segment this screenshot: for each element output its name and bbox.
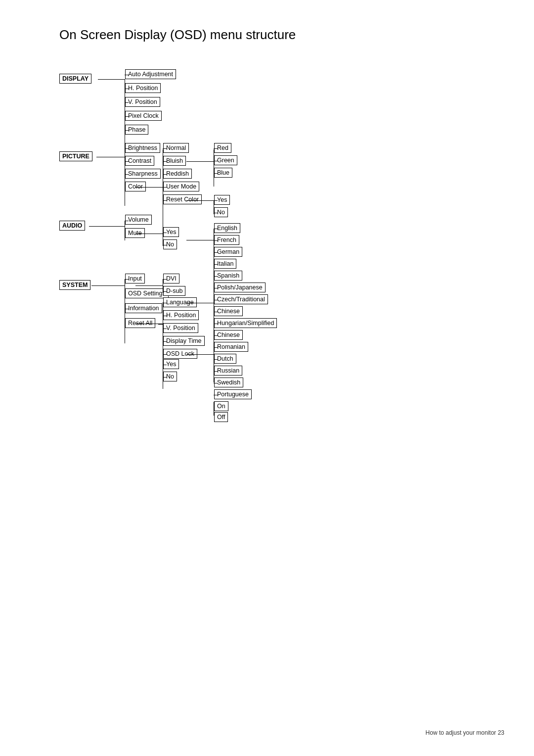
osd-language: Language	[163, 297, 197, 307]
page-title: On Screen Display (OSD) menu structure	[59, 27, 534, 43]
osd-displaytime: Display Time	[163, 336, 205, 346]
lang-13: Swedish	[214, 378, 243, 387]
display-item-0: Auto Adjustment	[125, 69, 176, 79]
resetcolor-no: No	[214, 207, 228, 217]
lang-14: Portuguese	[214, 389, 252, 399]
diagram: DISPLAY Auto Adjustment H. Position V. P…	[59, 52, 485, 409]
rgb-0: Red	[214, 143, 231, 153]
lang-8: Hungarian/Simplified	[214, 318, 277, 328]
display-item-2: V. Position	[125, 97, 160, 107]
mute-no: No	[163, 239, 177, 249]
rgb-1: Green	[214, 155, 237, 165]
picture-item-2: Sharpness	[125, 169, 161, 179]
lang-12: Russian	[214, 366, 242, 376]
lang-5: Polish/Japanese	[214, 283, 266, 292]
reset-no: No	[163, 372, 177, 381]
lang-9: Chinese	[214, 330, 243, 340]
color-item-4: Reset Color	[163, 194, 202, 204]
system-info: Information	[125, 303, 162, 313]
display-box: DISPLAY	[59, 74, 91, 84]
system-box: SYSTEM	[59, 280, 90, 290]
osd-lock-off: Off	[214, 412, 228, 422]
display-item-3: Pixel Clock	[125, 111, 162, 121]
picture-item-3: Color	[125, 182, 146, 191]
lang-4: Spanish	[214, 271, 242, 281]
color-item-1: Bluish	[163, 156, 186, 166]
input-dsub: D-sub	[163, 286, 185, 296]
display-item-1: H. Position	[125, 83, 161, 93]
audio-mute: Mute	[125, 228, 145, 238]
lang-2: German	[214, 247, 242, 257]
picture-box: PICTURE	[59, 151, 92, 161]
lang-10: Romanian	[214, 342, 248, 352]
system-osd: OSD Settings	[125, 288, 169, 298]
osd-lock-on: On	[214, 401, 228, 411]
system-reset: Reset All	[125, 318, 155, 328]
input-dvi: DVI	[163, 274, 179, 284]
color-item-2: Reddish	[163, 169, 192, 179]
color-item-0: Normal	[163, 143, 189, 153]
picture-item-0: Brightness	[125, 143, 160, 153]
osd-vpos: V. Position	[163, 323, 198, 333]
audio-volume: Volume	[125, 215, 152, 225]
lang-3: Italian	[214, 259, 236, 269]
lang-1: French	[214, 235, 239, 245]
display-item-4: Phase	[125, 125, 148, 135]
picture-item-1: Contrast	[125, 156, 154, 166]
osd-lock: OSD Lock	[163, 349, 197, 359]
color-item-3: User Mode	[163, 182, 199, 191]
lang-11: Dutch	[214, 354, 236, 364]
reset-yes: Yes	[163, 359, 179, 369]
resetcolor-yes: Yes	[214, 195, 230, 205]
lang-6: Czech/Traditional	[214, 294, 268, 304]
lang-0: English	[214, 223, 240, 233]
audio-box: AUDIO	[59, 221, 85, 231]
rgb-2: Blue	[214, 168, 232, 178]
system-input: Input	[125, 274, 145, 284]
footer-text: How to adjust your monitor 23	[426, 729, 504, 736]
lang-7: Chinese	[214, 306, 243, 316]
osd-hpos: H. Position	[163, 310, 199, 320]
mute-yes: Yes	[163, 227, 179, 237]
